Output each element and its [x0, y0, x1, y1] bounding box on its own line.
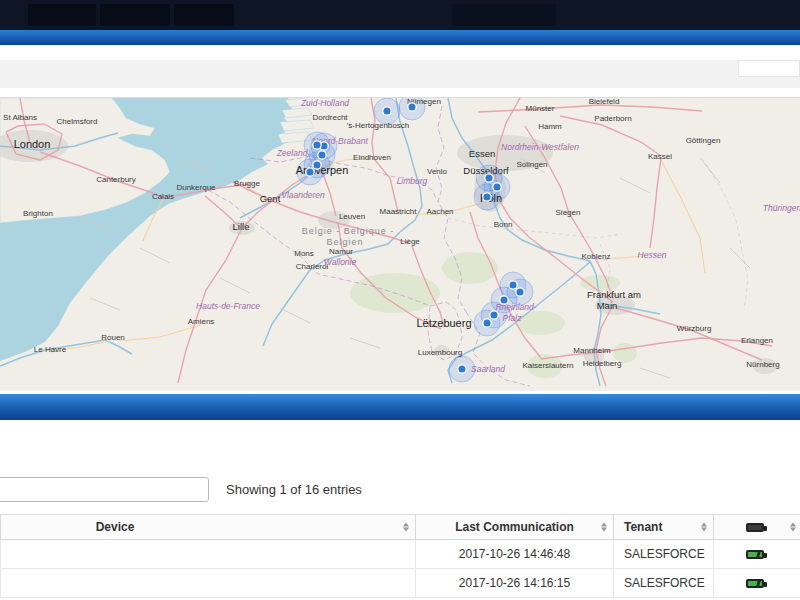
subheader-control[interactable]	[738, 60, 800, 77]
map-marker[interactable]	[306, 168, 314, 176]
nav-item[interactable]	[100, 4, 170, 26]
map-marker[interactable]	[313, 141, 321, 149]
cell-tenant: SALESFORCE	[614, 540, 714, 569]
nav-item[interactable]	[28, 4, 96, 26]
column-label: Last Communication	[455, 520, 574, 534]
table-row[interactable]: 2017-10-26 14:46:48 SALESFORCE	[1, 540, 800, 569]
map-marker[interactable]	[493, 183, 501, 191]
battery-status-icon	[746, 550, 764, 559]
subheader-strip	[0, 60, 800, 88]
sort-icon[interactable]	[790, 523, 796, 532]
devices-table: Device Last Communication Tenant	[0, 514, 800, 598]
map-marker[interactable]	[318, 151, 326, 159]
map-marker[interactable]	[516, 288, 524, 296]
cell-last-communication: 2017-10-26 14:46:48	[416, 540, 614, 569]
map-marker[interactable]	[408, 103, 416, 111]
battery-status-icon	[746, 579, 764, 588]
map-marker[interactable]	[483, 193, 491, 201]
table-search-input[interactable]	[0, 477, 209, 502]
map-marker[interactable]	[500, 296, 508, 304]
cell-last-communication: 2017-10-26 14:16:15	[416, 569, 614, 598]
devices-map[interactable]: LondonSt AlbansChelmsfordCanterburyBrigh…	[0, 98, 800, 391]
map-marker[interactable]	[383, 107, 391, 115]
map-marker[interactable]	[485, 174, 493, 182]
column-header-device[interactable]: Device	[1, 515, 416, 540]
map-marker[interactable]	[458, 365, 466, 373]
top-navigation-bar	[0, 0, 800, 30]
cell-device	[1, 540, 416, 569]
map-marker[interactable]	[509, 281, 517, 289]
entries-summary: Showing 1 of 16 entries	[226, 482, 362, 497]
sort-icon[interactable]	[403, 523, 409, 532]
column-header-tenant[interactable]: Tenant	[614, 515, 714, 540]
map-marker[interactable]	[490, 311, 498, 319]
map-panel[interactable]: LondonSt AlbansChelmsfordCanterburyBrigh…	[0, 97, 800, 390]
column-label: Tenant	[624, 520, 662, 534]
cell-tenant: SALESFORCE	[614, 569, 714, 598]
battery-icon	[746, 523, 764, 532]
cell-battery	[714, 540, 800, 569]
table-row[interactable]: 2017-10-26 14:16:15 SALESFORCE	[1, 569, 800, 598]
sort-icon[interactable]	[701, 523, 707, 532]
column-header-battery[interactable]	[714, 515, 800, 540]
column-label: Device	[96, 520, 135, 534]
nav-item[interactable]	[452, 4, 556, 26]
subheader	[0, 45, 800, 97]
app-window: LondonSt AlbansChelmsfordCanterburyBrigh…	[0, 0, 800, 600]
column-header-last-communication[interactable]: Last Communication	[416, 515, 614, 540]
table-header-row: Device Last Communication Tenant	[1, 515, 800, 540]
device-table-section: Showing 1 of 16 entries Device Last Comm…	[0, 420, 800, 600]
map-marker[interactable]	[313, 161, 321, 169]
map-marker[interactable]	[483, 319, 491, 327]
sort-icon[interactable]	[601, 523, 607, 532]
header-accent-bar	[0, 30, 800, 45]
cell-device	[1, 569, 416, 598]
nav-item[interactable]	[174, 4, 234, 26]
cell-battery	[714, 569, 800, 598]
section-divider-bar	[0, 394, 800, 420]
